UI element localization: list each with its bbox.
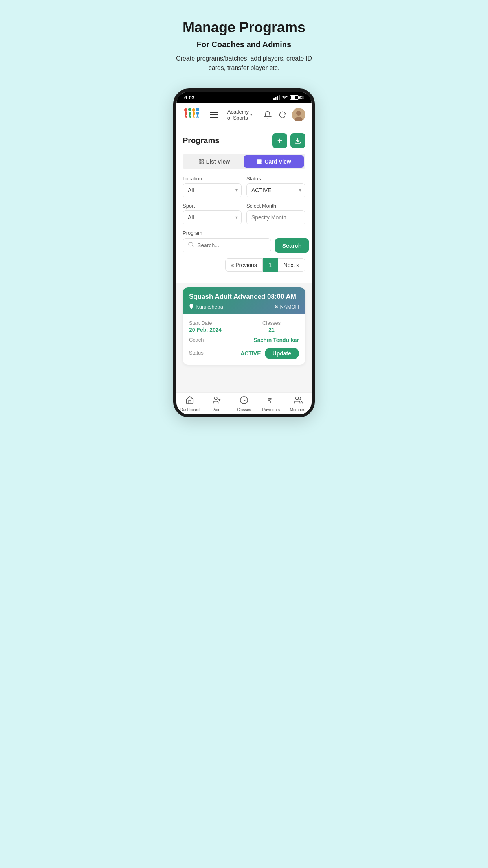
select-month-label: Select Month bbox=[246, 203, 305, 209]
location-filter-group: Location All Kurukshetra Delhi bbox=[183, 176, 242, 197]
battery-icon: 43 bbox=[290, 95, 304, 100]
svg-rect-32 bbox=[257, 163, 262, 164]
card-location-text: Kurukshetra bbox=[196, 304, 223, 310]
search-input[interactable] bbox=[197, 239, 266, 252]
location-status-filters: Location All Kurukshetra Delhi Status bbox=[183, 176, 305, 197]
refresh-icon[interactable] bbox=[277, 109, 288, 120]
classes-icon bbox=[240, 396, 248, 406]
status-actions: ACTIVE Update bbox=[240, 348, 299, 359]
svg-rect-3 bbox=[279, 95, 280, 100]
location-select[interactable]: All Kurukshetra Delhi bbox=[183, 183, 242, 197]
classes-field: Classes 21 bbox=[244, 320, 299, 333]
svg-rect-2 bbox=[277, 96, 278, 100]
promo-header: Manage Programs For Coaches and Admins C… bbox=[163, 8, 325, 81]
card-date-classes-row: Start Date 20 Feb, 2024 Classes 21 bbox=[189, 320, 299, 333]
section-header: Programs bbox=[183, 133, 305, 148]
location-select-wrapper: All Kurukshetra Delhi bbox=[183, 183, 242, 197]
svg-rect-31 bbox=[257, 161, 262, 162]
nav-item-dashboard[interactable]: Dashboard bbox=[178, 396, 202, 412]
location-label: Location bbox=[183, 176, 242, 182]
status-bar: 6:03 bbox=[176, 92, 312, 103]
classes-label: Classes bbox=[244, 320, 299, 326]
card-sport: S NAMOH bbox=[275, 304, 299, 310]
sport-filter-group: Sport All Squash Cricket bbox=[183, 203, 242, 224]
svg-point-33 bbox=[189, 242, 193, 246]
nav-item-payments[interactable]: ₹ Payments bbox=[259, 396, 283, 412]
promo-title: Manage Programs bbox=[171, 20, 317, 35]
app-navbar: Academyof Sports ▾ bbox=[176, 103, 312, 127]
svg-rect-30 bbox=[257, 159, 262, 160]
svg-point-4 bbox=[184, 108, 187, 112]
svg-point-41 bbox=[295, 397, 298, 399]
search-icon bbox=[188, 241, 194, 249]
month-filter-group: Select Month bbox=[246, 203, 305, 224]
program-label: Program bbox=[183, 230, 305, 236]
status-right: 43 bbox=[273, 95, 304, 100]
header-buttons bbox=[272, 133, 305, 148]
svg-rect-0 bbox=[273, 98, 275, 100]
program-card: Squash Adult Advanced 08:00 AM Kurukshet… bbox=[183, 287, 305, 365]
status-select[interactable]: ACTIVE INACTIVE ALL bbox=[246, 183, 305, 197]
card-status-label: Status bbox=[189, 350, 204, 356]
app-content: Programs bbox=[176, 127, 312, 392]
card-sport-text: NAMOH bbox=[280, 304, 299, 310]
add-program-button[interactable] bbox=[272, 133, 287, 148]
sport-select[interactable]: All Squash Cricket bbox=[183, 210, 242, 224]
add-label: Add bbox=[213, 408, 220, 412]
status-time: 6:03 bbox=[184, 95, 194, 101]
sport-badge: S bbox=[275, 304, 278, 309]
user-avatar[interactable] bbox=[292, 108, 305, 121]
svg-rect-9 bbox=[189, 112, 191, 115]
view-toggle: List View Card View bbox=[183, 154, 305, 169]
dashboard-icon bbox=[185, 396, 194, 406]
nav-item-add[interactable]: Add bbox=[205, 396, 229, 412]
svg-line-19 bbox=[198, 115, 198, 118]
search-button[interactable]: Search bbox=[275, 238, 309, 253]
status-row: Status ACTIVE Update bbox=[189, 348, 299, 359]
notification-icon[interactable] bbox=[262, 109, 273, 120]
members-icon bbox=[294, 396, 303, 406]
academy-name-container[interactable]: Academyof Sports ▾ bbox=[227, 109, 252, 121]
previous-page-button[interactable]: « Previous bbox=[225, 258, 263, 272]
svg-point-16 bbox=[196, 108, 199, 111]
svg-point-12 bbox=[192, 108, 195, 112]
current-page-button[interactable]: 1 bbox=[263, 258, 278, 272]
dashboard-label: Dashboard bbox=[180, 408, 200, 412]
svg-rect-27 bbox=[202, 159, 203, 161]
svg-line-34 bbox=[192, 246, 193, 247]
sport-month-filters: Sport All Squash Cricket Select Month bbox=[183, 203, 305, 224]
start-date-label: Start Date bbox=[189, 320, 244, 326]
search-row: Search bbox=[183, 238, 305, 253]
location-pin-icon bbox=[189, 304, 194, 309]
svg-line-7 bbox=[186, 115, 187, 118]
promo-subtitle: For Coaches and Admins bbox=[171, 40, 317, 49]
app-logo bbox=[183, 107, 200, 123]
academy-chevron-icon: ▾ bbox=[250, 112, 252, 117]
classes-label: Classes bbox=[237, 408, 251, 412]
card-location: Kurukshetra bbox=[189, 304, 223, 310]
academy-name: Academyof Sports bbox=[227, 109, 249, 121]
download-button[interactable] bbox=[290, 133, 305, 148]
nav-item-classes[interactable]: Classes bbox=[232, 396, 256, 412]
svg-rect-26 bbox=[199, 159, 201, 161]
status-filter-group: Status ACTIVE INACTIVE ALL bbox=[246, 176, 305, 197]
add-icon bbox=[213, 396, 221, 406]
update-button[interactable]: Update bbox=[265, 348, 299, 359]
search-input-wrapper bbox=[183, 238, 271, 252]
list-view-button[interactable]: List View bbox=[184, 155, 244, 168]
svg-line-11 bbox=[190, 115, 191, 118]
start-date-field: Start Date 20 Feb, 2024 bbox=[189, 320, 244, 333]
svg-rect-28 bbox=[199, 162, 201, 164]
svg-point-21 bbox=[296, 111, 301, 116]
next-page-button[interactable]: Next » bbox=[278, 258, 305, 272]
svg-text:₹: ₹ bbox=[268, 397, 272, 403]
svg-point-36 bbox=[215, 397, 217, 399]
coach-value: Sachin Tendulkar bbox=[253, 337, 299, 343]
nav-item-members[interactable]: Members bbox=[286, 396, 310, 412]
programs-section: Programs bbox=[176, 127, 312, 283]
start-date-value: 20 Feb, 2024 bbox=[189, 327, 244, 333]
card-view-button[interactable]: Card View bbox=[244, 155, 304, 168]
specify-month-input[interactable] bbox=[246, 210, 305, 224]
svg-rect-1 bbox=[275, 97, 276, 100]
hamburger-menu[interactable] bbox=[210, 112, 218, 118]
